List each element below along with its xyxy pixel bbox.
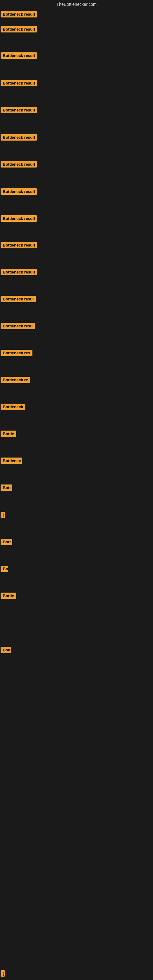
badge-21: Bo xyxy=(1,566,8,572)
badge-row-11: Bottleneck resul xyxy=(1,296,36,304)
badge-4: Bottleneck result xyxy=(1,107,37,113)
badge-8: Bottleneck result xyxy=(1,215,37,222)
badge-row-14: Bottleneck re xyxy=(1,377,30,384)
badge-row-15: Bottleneck xyxy=(1,404,25,411)
badge-row-5: Bottleneck result xyxy=(1,134,37,142)
badge-6: Bottleneck result xyxy=(1,161,37,167)
badge-14: Bottleneck re xyxy=(1,377,30,383)
badge-18: Bott xyxy=(1,485,12,491)
badge-row-1: Bottleneck result xyxy=(1,26,37,34)
badge-17: Bottlenec xyxy=(1,458,22,464)
badge-row-19: [ xyxy=(1,512,5,519)
badge-10: Bottleneck result xyxy=(1,269,37,275)
badge-row-0: Bottleneck result xyxy=(1,11,37,19)
badge-15: Bottleneck xyxy=(1,404,25,410)
badge-19: [ xyxy=(1,512,5,518)
badge-22: Bottle xyxy=(1,593,16,599)
badge-5: Bottleneck result xyxy=(1,134,37,140)
badge-row-13: Bottleneck res xyxy=(1,350,32,357)
badge-row-9: Bottleneck result xyxy=(1,242,37,250)
badge-20: Bott xyxy=(1,539,12,545)
badge-13: Bottleneck res xyxy=(1,350,32,356)
badge-row-12: Bottleneck resu xyxy=(1,323,35,331)
badge-row-2: Bottleneck result xyxy=(1,52,37,60)
badge-0: Bottleneck result xyxy=(1,11,37,18)
badge-16: Bottle xyxy=(1,431,16,437)
badge-row-22: Bottle xyxy=(1,593,16,600)
badge-row-8: Bottleneck result xyxy=(1,215,37,223)
badge-row-24: Bolt xyxy=(1,647,11,654)
badge-row-16: Bottle xyxy=(1,431,16,438)
badge-row-21: Bo xyxy=(1,566,8,573)
badge-row-36: [ xyxy=(1,970,5,978)
badge-row-18: Bott xyxy=(1,485,12,492)
badge-36: [ xyxy=(1,970,5,977)
badge-3: Bottleneck result xyxy=(1,80,37,86)
site-title: TheBottlenecker.com xyxy=(0,0,153,9)
badge-11: Bottleneck resul xyxy=(1,296,36,302)
badge-row-6: Bottleneck result xyxy=(1,161,37,169)
badge-12: Bottleneck resu xyxy=(1,323,35,329)
badge-9: Bottleneck result xyxy=(1,242,37,248)
badge-row-4: Bottleneck result xyxy=(1,107,37,115)
badge-7: Bottleneck result xyxy=(1,188,37,195)
badge-1: Bottleneck result xyxy=(1,26,37,32)
badge-row-20: Bott xyxy=(1,539,12,546)
badge-row-17: Bottlenec xyxy=(1,458,22,465)
badge-24: Bolt xyxy=(1,647,11,653)
badge-row-10: Bottleneck result xyxy=(1,269,37,277)
badge-row-3: Bottleneck result xyxy=(1,80,37,88)
badge-row-7: Bottleneck result xyxy=(1,188,37,196)
badge-2: Bottleneck result xyxy=(1,52,37,59)
